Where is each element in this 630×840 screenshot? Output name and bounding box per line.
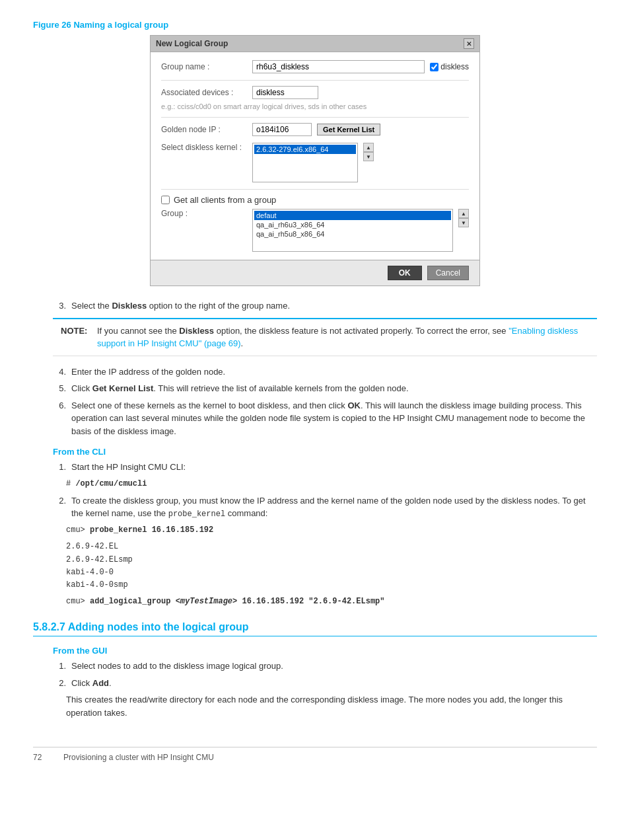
cli-step-1-num: 1. [53, 461, 66, 474]
assoc-devices-label: Associated devices : [161, 88, 247, 97]
note-box: NOTE: If you cannot see the Diskless opt… [53, 318, 597, 356]
note-diskless-bold: Diskless [179, 326, 214, 336]
step-4-text: Enter the IP address of the golden node. [71, 365, 597, 379]
group-item-defaut[interactable]: defaut [254, 211, 451, 220]
golden-node-input[interactable] [252, 123, 312, 136]
group-item-rh6u3[interactable]: qa_ai_rh6u3_x86_64 [254, 220, 451, 229]
page-number: 72 [33, 753, 53, 762]
get-all-clients-row: Get all clients from a group [161, 195, 469, 205]
group-item-rh5u8[interactable]: qa_ai_rh5u8_x86_64 [254, 229, 451, 239]
cli-code-3: 2.6.9-42.EL 2.6.9-42.ELsmp kabi-4.0-0 ka… [66, 541, 597, 592]
step-4: 4. Enter the IP address of the golden no… [53, 365, 597, 379]
group-name-label: Group name : [161, 62, 247, 71]
cli-step-2-text: To create the diskless group, you must k… [71, 494, 597, 521]
scroll-down-button[interactable]: ▼ [363, 152, 374, 161]
cli-step-1-text: Start the HP Insight CMU CLI: [71, 461, 597, 474]
assoc-devices-input[interactable] [252, 86, 318, 99]
cli-step-2: 2. To create the diskless group, you mus… [53, 494, 597, 521]
get-all-clients-label: Get all clients from a group [174, 195, 276, 205]
diskless-checkbox-label[interactable]: diskless [430, 62, 469, 71]
step-6-num: 6. [53, 399, 66, 438]
dialog-title: New Logical Group [156, 39, 228, 48]
footer-text: Provisioning a cluster with HP Insight C… [63, 753, 214, 762]
scroll-up-button[interactable]: ▲ [363, 143, 374, 152]
figure-caption: Figure 26 Naming a logical group [33, 20, 597, 30]
gui-step-1: 1. Select nodes to add to the diskless i… [53, 660, 597, 673]
assoc-devices-row: Associated devices : [161, 86, 469, 99]
cli-code-4-bold: add_logical_group <myTestImage> 16.16.18… [90, 597, 384, 606]
group-name-input[interactable] [252, 60, 425, 73]
get-all-clients-checkbox[interactable] [161, 196, 170, 204]
dialog-close-button[interactable]: ✕ [464, 38, 474, 49]
step-3-text: Select the Diskless option to the right … [71, 299, 597, 313]
select-kernel-label: Select diskless kernel : [161, 143, 247, 152]
note-text: If you cannot see the Diskless option, t… [97, 325, 589, 350]
group-scroll-down-button[interactable]: ▼ [458, 218, 469, 227]
golden-node-row: Golden node IP : Get Kernel List [161, 123, 469, 136]
from-gui-587-heading: From the GUI [53, 646, 597, 656]
step-5-text: Click Get Kernel List. This will retriev… [71, 382, 597, 395]
cli-code-2: cmu> probe_kernel 16.16.185.192 [66, 524, 597, 537]
step-6-text: Select one of these kernels as the kerne… [71, 399, 597, 438]
note-label: NOTE: [61, 325, 90, 350]
cli-step-2-num: 2. [53, 494, 66, 521]
group-box: Group : defaut qa_ai_rh6u3_x86_64 qa_ai_… [161, 209, 469, 252]
divider-2 [161, 117, 469, 118]
golden-node-label: Golden node IP : [161, 125, 247, 134]
probe-kernel-inline: probe_kernel [168, 510, 225, 519]
step-6: 6. Select one of these kernels as the ke… [53, 399, 597, 438]
gui-step-1-text: Select nodes to add to the diskless imag… [71, 660, 597, 673]
get-kernel-list-button[interactable]: Get Kernel List [317, 124, 380, 135]
from-cli-heading: From the CLI [53, 447, 597, 457]
group-scroll-up-button[interactable]: ▲ [458, 209, 469, 218]
page-footer: 72 Provisioning a cluster with HP Insigh… [33, 747, 597, 762]
diskless-checkbox[interactable] [430, 63, 438, 71]
gui-step-2-text: Click Add. [71, 677, 597, 690]
cli-step-1: 1. Start the HP Insight CMU CLI: [53, 461, 597, 474]
cli-code-1: # /opt/cmu/cmucli [66, 478, 597, 490]
step-6-bold: OK [347, 401, 361, 410]
gui-step-2-bold: Add [92, 678, 109, 688]
close-icon: ✕ [466, 40, 472, 48]
diskless-label: diskless [440, 62, 469, 71]
cli-code-4: cmu> add_logical_group <myTestImage> 16.… [66, 595, 597, 608]
step-5-num: 5. [53, 382, 66, 395]
cli-code-1-bold: /opt/cmu/cmucli [75, 479, 147, 488]
group-label: Group : [161, 209, 247, 218]
dialog-wrapper: New Logical Group ✕ Group name : diskles… [33, 35, 597, 286]
gui-step-2-num: 2. [53, 677, 66, 690]
section-587: 5.8.2.7 Adding nodes into the logical gr… [33, 621, 597, 720]
gui-step-1-num: 1. [53, 660, 66, 673]
divider-1 [161, 80, 469, 81]
kernel-list-box[interactable]: 2.6.32-279.el6.x86_64 [252, 143, 358, 182]
dialog-footer: OK Cancel [151, 260, 479, 286]
kernel-scroll-buttons: ▲ ▼ [363, 143, 374, 161]
step-3-bold: Diskless [112, 301, 147, 311]
group-scroll-buttons: ▲ ▼ [458, 209, 469, 227]
note-link[interactable]: "Enabling diskless support in HP Insight… [97, 326, 578, 349]
divider-3 [161, 189, 469, 190]
gui-step-2-note: This creates the read/write directory fo… [66, 693, 597, 720]
step-3-num: 3. [53, 299, 66, 313]
gui-step-2: 2. Click Add. [53, 677, 597, 690]
group-list[interactable]: defaut qa_ai_rh6u3_x86_64 qa_ai_rh5u8_x8… [252, 209, 453, 252]
cancel-button[interactable]: Cancel [427, 266, 469, 280]
step-3: 3. Select the Diskless option to the rig… [53, 299, 597, 313]
dialog-body: Group name : diskless Associated devices… [151, 52, 479, 260]
step-4-num: 4. [53, 365, 66, 379]
section-587-heading: 5.8.2.7 Adding nodes into the logical gr… [33, 621, 597, 636]
step-5: 5. Click Get Kernel List. This will retr… [53, 382, 597, 395]
assoc-devices-hint: e.g.: cciss/c0d0 on smart array logical … [161, 102, 469, 110]
dialog-titlebar: New Logical Group ✕ [151, 36, 479, 52]
step-5-bold: Get Kernel List [92, 383, 153, 393]
ok-button[interactable]: OK [388, 266, 422, 280]
new-logical-group-dialog: New Logical Group ✕ Group name : diskles… [150, 35, 480, 286]
select-kernel-row: Select diskless kernel : 2.6.32-279.el6.… [161, 143, 469, 182]
group-name-row: Group name : diskless [161, 60, 469, 73]
kernel-list-container: 2.6.32-279.el6.x86_64 ▲ ▼ [252, 143, 374, 182]
kernel-item[interactable]: 2.6.32-279.el6.x86_64 [254, 145, 356, 154]
cli-code-2-bold: probe_kernel 16.16.185.192 [90, 525, 213, 535]
